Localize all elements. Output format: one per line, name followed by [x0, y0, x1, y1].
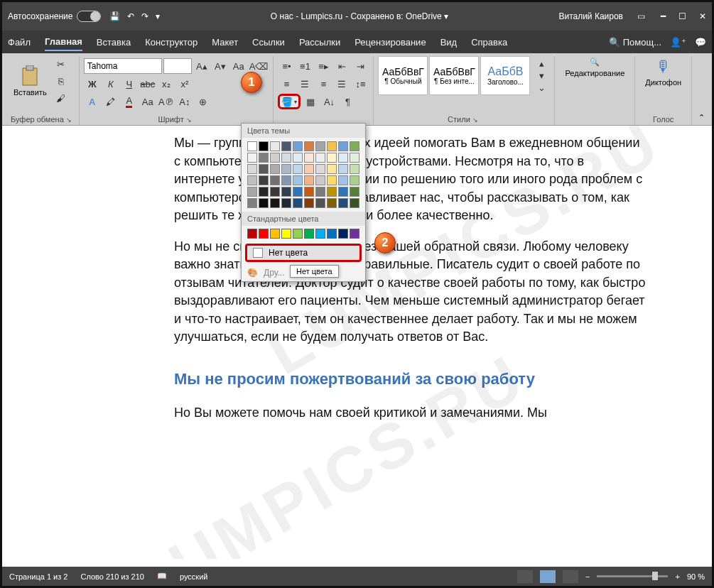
font-color-icon[interactable]: A [121, 94, 138, 109]
font-name-select[interactable]: Tahoma [84, 58, 162, 74]
color-swatch[interactable] [293, 175, 303, 185]
center-icon[interactable]: ☰ [296, 76, 313, 92]
paragraph-3[interactable]: Но Вы можете помочь нам своей критикой и… [174, 404, 648, 423]
color-swatch[interactable] [270, 153, 280, 163]
color-swatch[interactable] [270, 229, 280, 239]
color-swatch[interactable] [327, 175, 337, 185]
color-swatch[interactable] [315, 164, 325, 174]
styles-gallery[interactable]: АаБбВвГ¶ Обычный АаБбВвГ¶ Без инте... Аа… [378, 56, 550, 95]
color-swatch[interactable] [270, 187, 280, 197]
color-swatch[interactable] [293, 198, 303, 208]
autosave-toggle[interactable]: Автосохранение [8, 11, 101, 22]
color-swatch[interactable] [270, 198, 280, 208]
color-swatch[interactable] [270, 175, 280, 185]
color-swatch[interactable] [304, 153, 314, 163]
color-swatch[interactable] [259, 187, 269, 197]
zoom-slider[interactable] [597, 575, 668, 577]
phonetic-icon[interactable]: A℗ [158, 94, 175, 109]
zoom-level[interactable]: 90 % [687, 572, 705, 581]
styles-expand-icon[interactable]: ⌄ [533, 82, 550, 94]
subscript-icon[interactable]: x₂ [158, 76, 175, 92]
tell-me-search[interactable]: 🔍 Помощ... [609, 37, 661, 48]
color-swatch[interactable] [281, 175, 291, 185]
text-effects-icon[interactable]: A [84, 94, 101, 109]
zoom-out-icon[interactable]: − [585, 572, 590, 581]
tab-references[interactable]: Ссылки [252, 34, 285, 50]
styles-down-icon[interactable]: ▾ [533, 70, 550, 82]
numbering-icon[interactable]: ≡1 [296, 58, 313, 74]
grow-shrink-icon[interactable]: A↕ [176, 94, 193, 109]
color-swatch[interactable] [293, 187, 303, 197]
align-right-icon[interactable]: ≡ [315, 76, 332, 92]
word-count[interactable]: Слово 210 из 210 [80, 572, 144, 581]
bullets-icon[interactable]: ≡• [278, 58, 295, 74]
spellcheck-icon[interactable]: 📖 [157, 572, 167, 581]
style-heading[interactable]: АаБбВЗаголово... [480, 56, 530, 95]
color-swatch[interactable] [247, 229, 257, 239]
close-icon[interactable]: ✕ [699, 11, 706, 21]
tab-constructor[interactable]: Конструктор [145, 34, 198, 50]
color-swatch[interactable] [327, 141, 337, 151]
color-swatch[interactable] [350, 175, 359, 185]
account-name[interactable]: Виталий Каиров [558, 11, 623, 21]
qat-dropdown-icon[interactable]: ▾ [156, 11, 160, 21]
color-swatch[interactable] [327, 198, 337, 208]
align-left-icon[interactable]: ≡ [278, 76, 295, 92]
color-swatch[interactable] [338, 164, 348, 174]
share-icon[interactable]: 👤⁺ [670, 37, 686, 48]
color-swatch[interactable] [259, 175, 269, 185]
increase-indent-icon[interactable]: ⇥ [352, 58, 369, 74]
heading-donations[interactable]: Мы не просим пожертвований за свою работ… [174, 368, 648, 390]
color-swatch[interactable] [338, 229, 348, 239]
zoom-in-icon[interactable]: + [675, 572, 679, 581]
color-swatch[interactable] [327, 187, 337, 197]
color-swatch[interactable] [315, 153, 325, 163]
font-size-select[interactable] [163, 58, 192, 74]
color-swatch[interactable] [281, 187, 291, 197]
color-swatch[interactable] [315, 198, 325, 208]
style-no-spacing[interactable]: АаБбВвГ¶ Без инте... [429, 56, 479, 95]
color-swatch[interactable] [270, 164, 280, 174]
color-swatch[interactable] [327, 164, 337, 174]
tab-layout[interactable]: Макет [212, 34, 238, 50]
underline-icon[interactable]: Ч [121, 76, 138, 92]
cut-icon[interactable]: ✂ [53, 56, 70, 72]
strikethrough-icon[interactable]: abc [139, 76, 156, 92]
color-swatch[interactable] [338, 141, 348, 151]
styles-launcher-icon[interactable]: ↘ [472, 116, 481, 124]
bold-icon[interactable]: Ж [84, 76, 101, 92]
color-swatch[interactable] [350, 164, 359, 174]
color-swatch[interactable] [281, 153, 291, 163]
focus-view-icon[interactable] [517, 570, 533, 583]
collapse-ribbon-icon[interactable]: ⌃ [698, 113, 705, 121]
shrink-font-icon[interactable]: A▾ [212, 58, 229, 74]
color-swatch[interactable] [247, 175, 257, 185]
color-swatch[interactable] [304, 187, 314, 197]
char-shading-icon[interactable]: Aa [139, 94, 156, 109]
color-swatch[interactable] [350, 153, 359, 163]
color-swatch[interactable] [338, 153, 348, 163]
tab-file[interactable]: Файл [8, 34, 31, 50]
superscript-icon[interactable]: x² [176, 76, 193, 92]
color-swatch[interactable] [327, 229, 337, 239]
color-swatch[interactable] [247, 153, 257, 163]
color-swatch[interactable] [293, 153, 303, 163]
highlight-icon[interactable]: 🖍 [102, 94, 119, 109]
color-swatch[interactable] [304, 198, 314, 208]
color-swatch[interactable] [281, 164, 291, 174]
clipboard-launcher-icon[interactable]: ↘ [66, 116, 75, 124]
show-marks-icon[interactable]: ¶ [339, 94, 356, 109]
format-painter-icon[interactable]: 🖌 [53, 90, 70, 106]
color-swatch[interactable] [259, 153, 269, 163]
italic-icon[interactable]: К [102, 76, 119, 92]
color-swatch[interactable] [247, 141, 257, 151]
enclosed-char-icon[interactable]: ⊕ [195, 94, 212, 109]
decrease-indent-icon[interactable]: ⇤ [333, 58, 350, 74]
redo-icon[interactable]: ↷ [141, 11, 148, 21]
color-swatch[interactable] [350, 229, 359, 239]
tab-help[interactable]: Справка [471, 34, 507, 50]
color-swatch[interactable] [338, 175, 348, 185]
tab-view[interactable]: Вид [440, 34, 458, 50]
tab-insert[interactable]: Вставка [97, 34, 131, 50]
color-swatch[interactable] [350, 198, 359, 208]
